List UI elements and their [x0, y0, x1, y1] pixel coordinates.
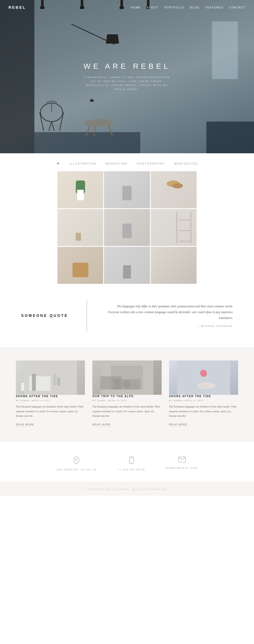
blog-image-2 [92, 360, 161, 395]
svg-point-23 [75, 458, 78, 461]
filter-marketing[interactable]: MARKETING [106, 162, 128, 165]
hero-section: WE ARE REBEL A WONDERFUL SERENITY HAS TA… [0, 0, 254, 153]
portfolio-item-1[interactable] [57, 171, 103, 208]
portfolio-item-2[interactable] [104, 171, 150, 208]
filter-illustration[interactable]: ILLUSTRATION [70, 162, 96, 165]
blog-card-meta-1: BY SINAN | APRIL 9, 2017 [16, 399, 85, 402]
quote-section: SOMEONE QUOTE The languages only differ … [0, 284, 254, 347]
filter-photography[interactable]: PHOTOGRAPHY [137, 162, 165, 165]
svg-rect-13 [53, 374, 56, 386]
quote-right: The languages only differ in their gramm… [106, 304, 233, 327]
svg-line-2 [60, 112, 64, 131]
filter-webdesign[interactable]: WEB DESIGN [174, 162, 198, 165]
blog-card-text-1: The European languages are members of th… [16, 404, 85, 418]
svg-point-21 [197, 382, 215, 389]
footer-copyright: COPYRIGHT 2017.KLBTHEME · ALL RIGHTS RES… [87, 488, 167, 490]
footer-email: REBEL@EMAIL.COM [166, 457, 198, 471]
hero-title: WE ARE REBEL [82, 62, 172, 71]
footer-phone: +1 234 567 89 88 [118, 457, 145, 471]
portfolio-item-9[interactable] [151, 247, 197, 284]
dark-panel-left [0, 0, 34, 153]
nav-item-home[interactable]: HOME [131, 6, 141, 9]
portfolio-item-4[interactable] [57, 209, 103, 246]
portfolio-grid [49, 171, 205, 284]
svg-point-6 [85, 119, 114, 127]
blog-image-1 [16, 360, 85, 395]
svg-rect-12 [32, 374, 36, 391]
quote-author: — MICHAEL GOODMAN [106, 325, 233, 327]
table-silhouette [82, 111, 116, 137]
blog-card-3: SHORE AFTER THE TIDE BY SINAN | APRIL 9,… [169, 360, 238, 426]
blog-section: SHORE AFTER THE TIDE BY SINAN | APRIL 9,… [0, 347, 254, 442]
window-panel [212, 21, 238, 79]
blog-card-meta-3: BY SINAN | APRIL 9, 2017 [169, 399, 238, 402]
hero-content: WE ARE REBEL A WONDERFUL SERENITY HAS TA… [82, 62, 172, 91]
site-logo[interactable]: REBEL [8, 5, 26, 10]
nav-item-blog[interactable]: BLOG [190, 6, 199, 9]
nav-item-portfolio[interactable]: PORTFOLIO [164, 6, 184, 9]
svg-point-18 [123, 380, 131, 388]
blog-read-more-1[interactable]: READ MORE [16, 423, 34, 426]
nav-item-about[interactable]: ABOUT [147, 6, 158, 9]
quote-divider [87, 300, 87, 331]
svg-line-9 [94, 126, 95, 136]
portfolio-item-8[interactable] [104, 247, 150, 284]
footer-email-text: REBEL@EMAIL.COM [166, 467, 198, 469]
phone-icon [129, 457, 134, 466]
bird-silhouette [90, 99, 94, 102]
email-icon [178, 457, 186, 464]
blog-card-text-2: The European languages are members of th… [92, 404, 161, 418]
quote-label-container: SOMEONE QUOTE [21, 313, 68, 318]
portfolio-item-7[interactable] [57, 247, 103, 284]
blog-card-meta-2: BY SINAN | APRIL 9, 2017 [92, 399, 161, 402]
blog-card-2: OUR TRIP TO THE ALPS BY SINAN | APRIL 9,… [92, 360, 161, 426]
blog-card-title-3: SHORE AFTER THE TIDE [169, 395, 238, 398]
portfolio-item-5[interactable] [104, 209, 150, 246]
footer-phone-text: +1 234 567 89 88 [118, 468, 145, 471]
svg-line-7 [86, 126, 90, 136]
svg-rect-14 [57, 378, 60, 386]
blog-image-3 [169, 360, 238, 395]
location-icon [74, 457, 79, 466]
couch [206, 122, 254, 153]
svg-line-4 [52, 122, 54, 131]
svg-point-26 [131, 462, 132, 463]
blog-card-title-2: OUR TRIP TO THE ALPS [92, 395, 161, 398]
footer-bottom: COPYRIGHT 2017.KLBTHEME · ALL RIGHTS RES… [0, 481, 254, 496]
portfolio-item-3[interactable] [151, 171, 197, 208]
svg-line-1 [40, 112, 44, 131]
svg-point-20 [200, 370, 207, 377]
quote-text: The languages only differ in their gramm… [106, 304, 233, 321]
svg-line-8 [108, 126, 112, 136]
quote-label: SOMEONE QUOTE [21, 313, 68, 318]
blog-card-text-3: The European languages are members of th… [169, 404, 238, 418]
lamp-shade [106, 34, 119, 44]
navigation: REBEL HOME ABOUT PORTFOLIO BLOG FEATURES… [0, 0, 254, 14]
blog-read-more-3[interactable]: READ MORE [169, 423, 187, 426]
hero-subtitle: A WONDERFUL SERENITY HAS TAKEN POSSESSIO… [82, 75, 172, 91]
nav-item-contact[interactable]: CONTACT [229, 6, 246, 9]
svg-rect-19 [177, 360, 230, 395]
nav-links: HOME ABOUT PORTFOLIO BLOG FEATURES CONTA… [131, 5, 246, 10]
blog-grid: SHORE AFTER THE TIDE BY SINAN | APRIL 9,… [16, 360, 238, 426]
footer-location: LOS ANGELES, CA 89, US [56, 457, 97, 471]
nav-item-features[interactable]: FEATURES [205, 6, 224, 9]
chair-silhouette [37, 98, 66, 132]
portfolio-filter: ✦ ILLUSTRATION MARKETING PHOTOGRAPHY WEB… [0, 153, 254, 171]
footer-location-text: LOS ANGELES, CA 89, US [56, 468, 97, 471]
svg-line-3 [49, 122, 52, 131]
portfolio-item-6[interactable] [151, 209, 197, 246]
blog-card-title-1: SHORE AFTER THE TIDE [16, 395, 85, 398]
blog-read-more-2[interactable]: READ MORE [92, 423, 111, 426]
blog-card-1: SHORE AFTER THE TIDE BY SINAN | APRIL 9,… [16, 360, 85, 426]
footer-info: LOS ANGELES, CA 89, US +1 234 567 89 88 … [0, 442, 254, 481]
filter-icon: ✦ [56, 161, 60, 166]
